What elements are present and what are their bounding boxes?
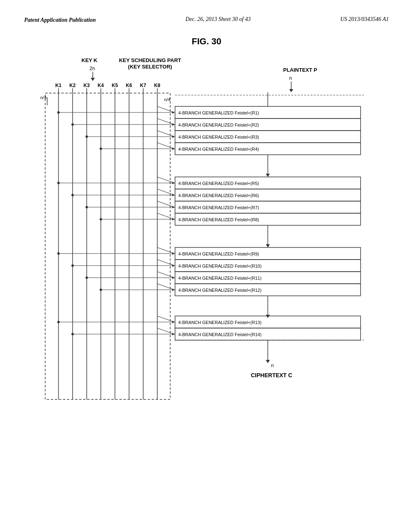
svg-point-43 bbox=[71, 194, 74, 196]
svg-point-34 bbox=[57, 111, 60, 114]
svg-point-52 bbox=[86, 276, 88, 279]
svg-text:4-BRANCH GENERALIZED Feistel+(: 4-BRANCH GENERALIZED Feistel+(R5) bbox=[178, 181, 259, 186]
svg-text:2n: 2n bbox=[90, 66, 95, 71]
svg-text:4-BRANCH GENERALIZED Feistel+(: 4-BRANCH GENERALIZED Feistel+(R14) bbox=[178, 332, 261, 337]
svg-line-58 bbox=[157, 106, 174, 112]
svg-text:4-BRANCH GENERALIZED Feistel+(: 4-BRANCH GENERALIZED Feistel+(R6) bbox=[178, 193, 259, 198]
svg-marker-74 bbox=[172, 135, 175, 138]
svg-line-69 bbox=[157, 284, 174, 290]
svg-point-42 bbox=[57, 182, 60, 184]
svg-text:n/4: n/4 bbox=[40, 95, 46, 100]
svg-line-62 bbox=[157, 177, 174, 183]
header-right: US 2013/0343546 A1 bbox=[340, 16, 389, 23]
svg-line-61 bbox=[157, 143, 174, 149]
svg-text:K3: K3 bbox=[83, 83, 90, 88]
page-header: Patent Application Publication Dec. 26, … bbox=[24, 16, 389, 24]
svg-line-66 bbox=[157, 247, 174, 254]
svg-marker-76 bbox=[172, 182, 175, 184]
page: Patent Application Publication Dec. 26, … bbox=[0, 0, 413, 532]
diagram-container: KEY K 2n KEY SCHEDULING PART (KEY SELECT… bbox=[33, 55, 380, 450]
svg-text:4-BRANCH GENERALIZED Feistel+(: 4-BRANCH GENERALIZED Feistel+(R1) bbox=[178, 110, 259, 115]
svg-rect-0 bbox=[45, 93, 170, 399]
svg-marker-80 bbox=[172, 252, 175, 255]
svg-text:4-BRANCH GENERALIZED Feistel+(: 4-BRANCH GENERALIZED Feistel+(R10) bbox=[178, 264, 261, 268]
svg-text:4-BRANCH GENERALIZED Feistel+(: 4-BRANCH GENERALIZED Feistel+(R4) bbox=[178, 147, 259, 152]
svg-line-60 bbox=[157, 131, 174, 137]
svg-line-64 bbox=[157, 201, 174, 207]
svg-line-67 bbox=[157, 260, 174, 266]
svg-line-70 bbox=[157, 316, 174, 322]
date-sheet-label: Dec. 26, 2013 Sheet 30 of 43 bbox=[186, 16, 251, 22]
header-left: Patent Application Publication bbox=[24, 16, 96, 24]
svg-text:n: n bbox=[271, 363, 274, 368]
svg-text:4-BRANCH GENERALIZED Feistel+(: 4-BRANCH GENERALIZED Feistel+(R11) bbox=[178, 276, 261, 281]
svg-text:4-BRANCH GENERALIZED Feistel+(: 4-BRANCH GENERALIZED Feistel+(R3) bbox=[178, 135, 259, 139]
svg-text:K5: K5 bbox=[112, 83, 118, 88]
svg-text:n/4: n/4 bbox=[164, 97, 170, 102]
svg-point-50 bbox=[57, 252, 60, 255]
svg-marker-95 bbox=[266, 174, 270, 177]
svg-text:4-BRANCH GENERALIZED Feistel+(: 4-BRANCH GENERALIZED Feistel+(R8) bbox=[178, 217, 259, 222]
svg-text:4-BRANCH GENERALIZED Feistel+(: 4-BRANCH GENERALIZED Feistel+(R9) bbox=[178, 251, 259, 256]
svg-marker-115 bbox=[266, 315, 270, 318]
svg-point-56 bbox=[57, 321, 60, 323]
svg-line-63 bbox=[157, 189, 174, 195]
svg-text:K8: K8 bbox=[154, 83, 161, 88]
svg-marker-10 bbox=[289, 89, 293, 92]
svg-line-71 bbox=[157, 328, 174, 334]
svg-line-65 bbox=[157, 213, 174, 219]
svg-marker-85 bbox=[172, 333, 175, 335]
svg-marker-82 bbox=[172, 276, 175, 279]
svg-text:K6: K6 bbox=[126, 83, 132, 88]
svg-point-37 bbox=[100, 148, 102, 150]
svg-point-36 bbox=[86, 135, 88, 138]
svg-text:(KEY SELECTOR): (KEY SELECTOR) bbox=[128, 64, 172, 70]
svg-text:PLAINTEXT P: PLAINTEXT P bbox=[283, 67, 317, 73]
svg-text:n: n bbox=[289, 75, 292, 81]
svg-marker-83 bbox=[172, 289, 175, 291]
svg-line-59 bbox=[157, 118, 174, 125]
svg-marker-73 bbox=[172, 123, 175, 126]
svg-text:K2: K2 bbox=[69, 83, 76, 88]
svg-point-45 bbox=[100, 218, 102, 220]
svg-line-68 bbox=[157, 272, 174, 278]
svg-text:4-BRANCH GENERALIZED Feistel+(: 4-BRANCH GENERALIZED Feistel+(R12) bbox=[178, 288, 261, 293]
publication-label: Patent Application Publication bbox=[24, 17, 96, 23]
svg-marker-72 bbox=[172, 111, 175, 114]
patent-number-label: US 2013/0343546 A1 bbox=[340, 16, 389, 22]
svg-marker-122 bbox=[266, 360, 270, 363]
svg-marker-84 bbox=[172, 321, 175, 323]
svg-text:4-BRANCH GENERALIZED Feistel+(: 4-BRANCH GENERALIZED Feistel+(R13) bbox=[178, 320, 261, 325]
svg-text:4-BRANCH GENERALIZED Feistel+(: 4-BRANCH GENERALIZED Feistel+(R7) bbox=[178, 205, 259, 210]
svg-marker-78 bbox=[172, 206, 175, 208]
svg-text:CIPHERTEXT C: CIPHERTEXT C bbox=[251, 372, 292, 378]
diagram-svg: KEY K 2n KEY SCHEDULING PART (KEY SELECT… bbox=[33, 55, 380, 450]
svg-text:4-BRANCH GENERALIZED Feistel+(: 4-BRANCH GENERALIZED Feistel+(R2) bbox=[178, 123, 259, 127]
svg-marker-79 bbox=[172, 218, 175, 220]
svg-text:K7: K7 bbox=[140, 83, 146, 88]
figure-title: FIG. 30 bbox=[24, 36, 389, 47]
svg-point-57 bbox=[71, 333, 74, 335]
svg-text:K4: K4 bbox=[98, 83, 104, 88]
svg-point-44 bbox=[86, 206, 88, 208]
svg-marker-105 bbox=[266, 244, 270, 247]
svg-marker-4 bbox=[91, 78, 95, 81]
svg-marker-81 bbox=[172, 264, 175, 267]
svg-marker-75 bbox=[172, 148, 175, 150]
svg-point-51 bbox=[71, 264, 74, 267]
svg-marker-77 bbox=[172, 194, 175, 196]
svg-point-35 bbox=[71, 123, 74, 126]
svg-point-53 bbox=[100, 289, 102, 291]
svg-text:K1: K1 bbox=[55, 83, 62, 88]
svg-text:KEY SCHEDULING PART: KEY SCHEDULING PART bbox=[119, 57, 181, 63]
header-center: Dec. 26, 2013 Sheet 30 of 43 bbox=[186, 16, 251, 23]
svg-text:KEY K: KEY K bbox=[81, 57, 98, 63]
